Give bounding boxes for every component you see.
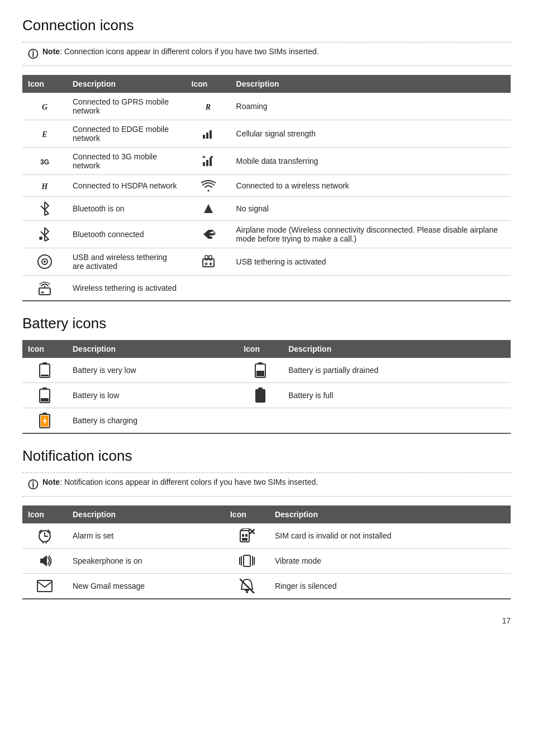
table-row: H Connected to HSDPA network Connected t… xyxy=(22,175,511,197)
icon-speakerphone xyxy=(22,549,67,574)
desc-no-signal: No signal xyxy=(231,197,511,221)
desc-gprs: Connected to GPRS mobile network xyxy=(67,93,186,120)
desc-edge: Connected to EDGE mobile network xyxy=(67,120,186,148)
desc-ringer-silenced: Ringer is silenced xyxy=(269,574,511,599)
icon-r: R xyxy=(186,93,231,120)
table-row: Wireless tethering is activated xyxy=(22,276,511,301)
empty-desc-2 xyxy=(283,408,511,434)
table-row: 3G Connected to 3G mobile network Mobile… xyxy=(22,148,511,175)
icon-alarm xyxy=(22,523,67,549)
connection-note-text: Note: Connection icons appear in differe… xyxy=(42,47,319,56)
icon-wifi xyxy=(186,175,231,197)
icon-battery-partial xyxy=(238,358,283,383)
notif-col-desc2: Description xyxy=(269,505,511,523)
conn-col-desc1: Description xyxy=(67,75,186,93)
icon-signal-bars xyxy=(186,120,231,148)
svg-rect-2 xyxy=(210,130,212,139)
connection-note: ⓘ Note: Connection icons appear in diffe… xyxy=(22,42,511,66)
svg-marker-8 xyxy=(204,204,213,213)
battery-icons-title: Battery icons xyxy=(22,315,511,332)
icon-signal-transfer xyxy=(186,148,231,175)
table-row: Bluetooth is on No signal xyxy=(22,197,511,221)
bat-col-desc2: Description xyxy=(283,340,511,358)
icon-wireless-tether xyxy=(22,276,67,301)
desc-cellular-signal: Cellular signal strength xyxy=(231,120,511,148)
table-row: Alarm is set SIM card is invalid or xyxy=(22,523,511,549)
desc-3g: Connected to 3G mobile network xyxy=(67,148,186,175)
desc-wireless-tether: Wireless tethering is activated xyxy=(67,276,186,301)
desc-battery-charging: Battery is charging xyxy=(67,408,238,434)
desc-usb-wireless: USB and wireless tethering are activated xyxy=(67,248,186,276)
bat-col-desc1: Description xyxy=(67,340,238,358)
desc-vibrate: Vibrate mode xyxy=(269,549,511,574)
desc-bluetooth-connected: Bluetooth connected xyxy=(67,221,186,248)
table-row: Speakerphone is on Vibrate mode xyxy=(22,549,511,574)
desc-mobile-data: Mobile data transferring xyxy=(231,148,511,175)
table-row: New Gmail message Ringer is silenced xyxy=(22,574,511,599)
desc-gmail: New Gmail message xyxy=(67,574,225,599)
icon-3g: 3G xyxy=(22,148,67,175)
icon-e: E xyxy=(22,120,67,148)
icon-bluetooth-connected xyxy=(22,221,67,248)
table-row: Battery is very low Battery is partially… xyxy=(22,358,511,383)
notification-icons-title: Notification icons xyxy=(22,447,511,465)
notification-note-text: Note: Notification icons appear in diffe… xyxy=(42,478,318,486)
desc-battery-full: Battery is full xyxy=(283,383,511,408)
connection-table: Icon Description Icon Description G Conn… xyxy=(22,75,511,301)
table-row: G Connected to GPRS mobile network R Roa… xyxy=(22,93,511,120)
desc-battery-partial: Battery is partially drained xyxy=(283,358,511,383)
note-icon: ⓘ xyxy=(28,48,38,61)
svg-rect-5 xyxy=(210,158,212,166)
svg-rect-4 xyxy=(206,160,208,166)
svg-rect-1 xyxy=(206,133,208,139)
svg-rect-47 xyxy=(242,534,244,537)
svg-marker-6 xyxy=(210,155,213,158)
icon-g: G xyxy=(22,93,67,120)
svg-rect-27 xyxy=(41,375,49,376)
notification-table: Icon Description Icon Description xyxy=(22,505,511,599)
svg-point-9 xyxy=(39,237,42,240)
icon-sim-invalid xyxy=(225,523,269,549)
conn-col-icon2: Icon xyxy=(186,75,231,93)
empty-icon-1 xyxy=(186,276,231,301)
icon-usb-tether xyxy=(186,248,231,276)
svg-rect-33 xyxy=(41,398,49,401)
table-row: Bluetooth connected Airplane mode (Wirel… xyxy=(22,221,511,248)
desc-bluetooth-on: Bluetooth is on xyxy=(67,197,186,221)
notif-col-icon1: Icon xyxy=(22,505,67,523)
desc-roaming: Roaming xyxy=(231,93,511,120)
battery-table: Icon Description Icon Description Batter… xyxy=(22,340,511,434)
icon-battery-charging xyxy=(22,408,67,434)
notification-note: ⓘ Note: Notification icons appear in dif… xyxy=(22,472,511,497)
svg-rect-21 xyxy=(39,288,50,295)
svg-rect-0 xyxy=(203,135,205,139)
icon-h: H xyxy=(22,175,67,197)
empty-icon-2 xyxy=(238,408,283,434)
svg-point-59 xyxy=(246,591,248,593)
page-number: 17 xyxy=(22,616,511,625)
icon-vibrate xyxy=(225,549,269,574)
svg-rect-49 xyxy=(242,538,248,541)
icon-no-signal xyxy=(186,197,231,221)
table-row: Battery is charging xyxy=(22,408,511,434)
notif-col-desc1: Description xyxy=(67,505,225,523)
icon-airplane xyxy=(186,221,231,248)
svg-rect-52 xyxy=(244,555,250,566)
conn-col-desc2: Description xyxy=(231,75,511,93)
desc-battery-very-low: Battery is very low xyxy=(67,358,238,383)
table-row: USB and wireless tethering are activated… xyxy=(22,248,511,276)
svg-point-13 xyxy=(44,261,46,263)
desc-wireless: Connected to a wireless network xyxy=(231,175,511,197)
icon-ringer-silenced xyxy=(225,574,269,599)
note-icon-2: ⓘ xyxy=(28,478,38,492)
desc-airplane: Airplane mode (Wireless connectivity dis… xyxy=(231,221,511,248)
icon-battery-full xyxy=(238,383,283,408)
conn-col-icon1: Icon xyxy=(22,75,67,93)
svg-rect-14 xyxy=(203,259,214,267)
svg-rect-35 xyxy=(255,389,265,403)
icon-battery-low xyxy=(22,383,67,408)
desc-speakerphone: Speakerphone is on xyxy=(67,549,225,574)
desc-alarm: Alarm is set xyxy=(67,523,225,549)
svg-marker-7 xyxy=(202,155,206,158)
svg-rect-30 xyxy=(256,371,264,376)
